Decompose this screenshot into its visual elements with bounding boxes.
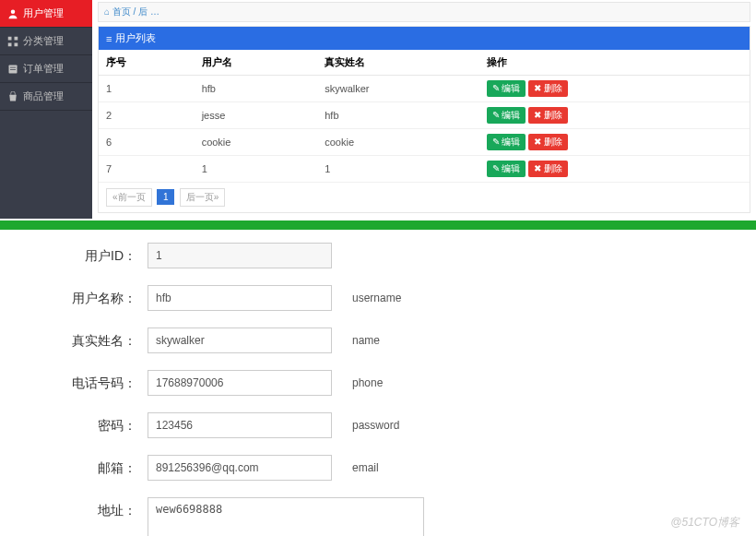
order-icon [7,64,18,75]
delete-button[interactable]: ✖ 删除 [528,107,568,124]
svg-rect-6 [10,66,16,67]
cell-id: 2 [99,102,195,129]
form-label: 邮箱： [0,455,148,481]
col-actions: 操作 [479,50,750,76]
svg-rect-1 [8,36,12,40]
main-content: ⌂ 首页 / 后 … ≡ 用户列表 序号 用户名 真实姓名 操作 1hfbsky… [92,0,756,219]
form-label: 密码： [0,412,148,438]
table-row: 6cookiecookie✎ 编辑✖ 删除 [99,129,750,156]
sidebar-item-label: 分类管理 [23,34,64,48]
form-input[interactable] [148,243,332,268]
sidebar-item-label: 用户管理 [23,6,64,20]
grid-icon [7,36,18,47]
form-input[interactable] [148,370,332,396]
form-row: 电话号码：phone [0,370,756,396]
form-hint: name [352,328,380,353]
edit-button[interactable]: ✎ 编辑 [487,161,526,177]
cell-realname: cookie [317,129,478,156]
panel-title: 用户列表 [115,31,156,45]
list-icon: ≡ [106,33,112,44]
cell-username: cookie [195,129,318,156]
form-input[interactable] [148,412,332,438]
pager-current[interactable]: 1 [157,189,175,205]
cell-realname: hfb [317,102,478,129]
cell-username: 1 [195,156,318,183]
col-username: 用户名 [195,50,318,76]
breadcrumb-text: 首页 / 后 … [112,6,159,17]
user-icon [7,8,18,19]
home-icon: ⌂ [104,6,110,17]
breadcrumb: ⌂ 首页 / 后 … [98,2,750,22]
svg-rect-4 [15,42,18,46]
col-id: 序号 [99,50,195,76]
svg-rect-7 [10,69,16,70]
form-row: 用户名称：username [0,285,756,311]
form-hint: phone [352,370,383,396]
cell-id: 6 [99,129,195,156]
sidebar-item-label: 订单管理 [23,62,64,76]
cell-username: jesse [195,102,318,129]
pager: «前一页 1 后一页» [99,183,750,212]
cell-id: 1 [99,76,195,102]
divider-bar [0,220,756,230]
watermark: @51CTO博客 [670,515,739,530]
pager-prev[interactable]: «前一页 [106,188,152,207]
cell-actions: ✎ 编辑✖ 删除 [479,102,750,129]
user-list-panel: ≡ 用户列表 序号 用户名 真实姓名 操作 1hfbskywalker✎ 编辑✖… [98,26,750,213]
sidebar-item-product[interactable]: 商品管理 [0,83,92,111]
form-input[interactable] [148,328,332,353]
sidebar-item-category[interactable]: 分类管理 [0,28,92,55]
sidebar-item-order[interactable]: 订单管理 [0,55,92,83]
form-hint: password [352,412,399,438]
form-row: 真实姓名：name [0,328,756,353]
cell-actions: ✎ 编辑✖ 删除 [479,129,750,156]
form-row: 用户ID： [0,243,756,268]
form-label: 电话号码： [0,370,148,396]
table-row: 711✎ 编辑✖ 删除 [99,156,750,183]
cell-realname: skywalker [317,76,478,102]
cell-realname: 1 [317,156,478,183]
cell-username: hfb [195,76,318,102]
panel-header: ≡ 用户列表 [99,27,750,50]
form-input[interactable] [148,455,332,481]
form-hint: username [352,285,401,311]
cell-actions: ✎ 编辑✖ 删除 [479,156,750,183]
table-row: 2jessehfb✎ 编辑✖ 删除 [99,102,750,129]
svg-point-0 [11,9,16,14]
svg-rect-3 [8,42,12,46]
bag-icon [7,91,18,102]
form-label: 地址： [0,497,148,523]
form-label: 用户ID： [0,243,148,268]
form-label: 真实姓名： [0,328,148,353]
sidebar: 用户管理 分类管理 订单管理 商品管理 [0,0,92,219]
cell-actions: ✎ 编辑✖ 删除 [479,76,750,102]
delete-button[interactable]: ✖ 删除 [528,134,568,150]
form-hint: email [352,455,379,481]
sidebar-item-users[interactable]: 用户管理 [0,0,92,28]
form-row: 地址： [0,497,756,536]
edit-button[interactable]: ✎ 编辑 [487,134,526,150]
form-row: 密码：password [0,412,756,438]
cell-id: 7 [99,156,195,183]
pager-next[interactable]: 后一页» [180,188,226,207]
col-realname: 真实姓名 [317,50,478,76]
sidebar-item-label: 商品管理 [23,89,64,103]
svg-rect-2 [15,36,18,40]
form-input[interactable] [148,285,332,311]
edit-form: 用户ID：用户名称：username真实姓名：name电话号码：phone密码：… [0,230,756,536]
form-label: 用户名称： [0,285,148,311]
table-row: 1hfbskywalker✎ 编辑✖ 删除 [99,76,750,102]
user-table: 序号 用户名 真实姓名 操作 1hfbskywalker✎ 编辑✖ 删除2jes… [99,50,750,183]
edit-button[interactable]: ✎ 编辑 [487,80,526,97]
form-row: 邮箱：email [0,455,756,481]
delete-button[interactable]: ✖ 删除 [528,80,568,97]
edit-button[interactable]: ✎ 编辑 [487,107,526,124]
delete-button[interactable]: ✖ 删除 [528,161,568,177]
form-input[interactable] [148,497,424,536]
